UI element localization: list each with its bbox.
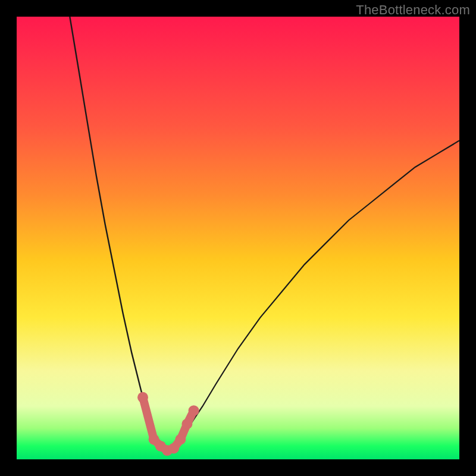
marker-dot	[175, 434, 186, 445]
marker-group	[137, 392, 199, 456]
chart-frame: TheBottleneck.com	[0, 0, 476, 476]
watermark-label: TheBottleneck.com	[356, 2, 470, 18]
left-curve-path	[70, 17, 167, 455]
marker-dot	[189, 405, 199, 416]
curve-layer	[17, 17, 459, 459]
right-curve-path	[167, 140, 459, 455]
plot-area	[17, 17, 459, 459]
marker-dot	[181, 419, 192, 430]
marker-dot	[137, 392, 148, 403]
marker-dot	[168, 443, 179, 453]
